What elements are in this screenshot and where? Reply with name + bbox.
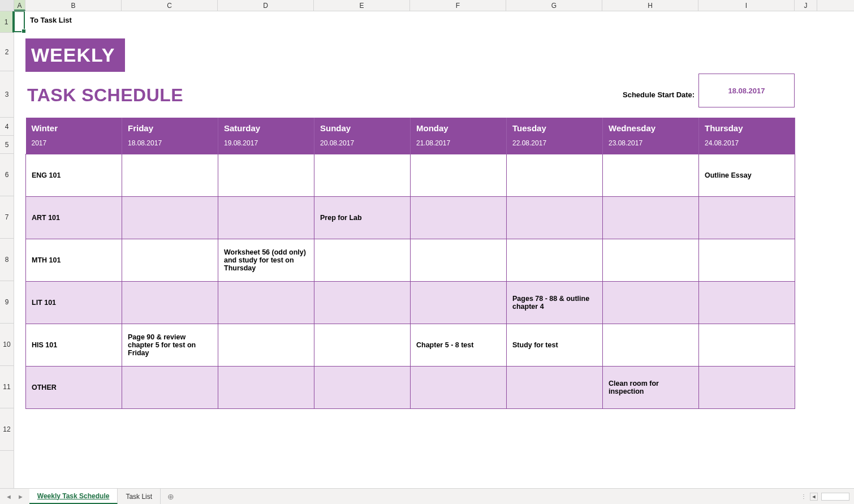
task-cell[interactable] [507,154,603,196]
task-cell[interactable] [603,281,699,324]
table-row: MTH 101 Worksheet 56 (odd only) and stud… [26,239,795,281]
row-header-4[interactable]: 4 [0,118,14,136]
col-header-G[interactable]: G [506,0,602,11]
col-header-I[interactable]: I [698,0,795,11]
task-cell[interactable]: Outline Essay [699,154,795,196]
task-cell[interactable] [122,239,218,281]
task-cell[interactable] [314,281,411,324]
header-day-0[interactable]: Friday [122,118,218,136]
task-cell[interactable] [603,239,699,281]
header-date-1[interactable]: 19.08.2017 [218,136,314,154]
task-cell[interactable] [699,281,795,324]
task-cell[interactable] [411,154,507,196]
task-cell[interactable]: Pages 78 - 88 & outline chapter 4 [507,281,603,324]
header-day-6[interactable]: Thursday [699,118,795,136]
row-header-10[interactable]: 10 [0,324,14,366]
header-date-2[interactable]: 20.08.2017 [314,136,411,154]
task-cell[interactable] [699,324,795,366]
task-cell[interactable] [603,324,699,366]
scroll-left-button[interactable]: ◄ [810,493,818,501]
header-date-5[interactable]: 23.08.2017 [603,136,699,154]
task-cell[interactable] [699,196,795,239]
header-date-4[interactable]: 22.08.2017 [507,136,603,154]
sheet-tab-weekly-task-schedule[interactable]: Weekly Task Schedule [29,489,118,504]
sheet-nav-next-icon[interactable]: ► [18,493,24,500]
select-all-cell[interactable] [0,0,14,11]
header-date-3[interactable]: 21.08.2017 [411,136,507,154]
header-year[interactable]: 2017 [26,136,122,154]
row-headers: 1 2 3 4 5 6 7 8 9 10 11 12 [0,11,14,488]
header-day-5[interactable]: Wednesday [603,118,699,136]
task-cell[interactable] [314,324,411,366]
task-cell[interactable]: Clean room for inspection [603,366,699,408]
scroll-grip-icon[interactable]: ⋮ [801,493,806,499]
task-cell[interactable] [411,366,507,408]
col-header-J[interactable]: J [795,0,817,11]
row-header-9[interactable]: 9 [0,281,14,324]
col-header-E[interactable]: E [314,0,410,11]
row-label[interactable]: LIT 101 [26,281,122,324]
row-header-12[interactable]: 12 [0,408,14,451]
to-task-list-link[interactable]: To Task List [30,16,72,24]
col-header-F[interactable]: F [410,0,506,11]
col-header-C[interactable]: C [122,0,218,11]
header-date-0[interactable]: 18.08.2017 [122,136,218,154]
col-header-D[interactable]: D [218,0,314,11]
task-cell[interactable] [699,366,795,408]
row-header-3[interactable]: 3 [0,71,14,118]
header-day-1[interactable]: Saturday [218,118,314,136]
row-header-2[interactable]: 2 [0,33,14,71]
new-sheet-button[interactable]: ⊕ [161,492,181,501]
row-header-5[interactable]: 5 [0,136,14,154]
header-date-6[interactable]: 24.08.2017 [699,136,795,154]
header-day-2[interactable]: Sunday [314,118,411,136]
row-label[interactable]: MTH 101 [26,239,122,281]
sheet-tab-task-list[interactable]: Task List [118,489,161,504]
task-cell[interactable] [507,196,603,239]
col-header-A[interactable]: A [14,0,25,11]
col-header-H[interactable]: H [602,0,698,11]
header-day-4[interactable]: Tuesday [507,118,603,136]
start-date-value[interactable]: 18.08.2017 [698,74,795,107]
task-cell[interactable] [507,366,603,408]
task-cell[interactable] [218,281,314,324]
task-cell[interactable] [603,196,699,239]
task-cell[interactable] [122,196,218,239]
row-header-7[interactable]: 7 [0,196,14,239]
col-header-B[interactable]: B [25,0,122,11]
task-cell[interactable] [314,239,411,281]
task-cell[interactable] [218,196,314,239]
sheet-nav-prev-icon[interactable]: ◄ [6,493,12,500]
task-cell[interactable] [314,366,411,408]
task-cell[interactable] [411,281,507,324]
row-label[interactable]: OTHER [26,366,122,408]
task-cell[interactable] [603,154,699,196]
row-label[interactable]: ENG 101 [26,154,122,196]
header-season[interactable]: Winter [26,118,122,136]
task-cell[interactable] [122,154,218,196]
task-cell[interactable]: Chapter 5 - 8 test [411,324,507,366]
row-header-8[interactable]: 8 [0,239,14,281]
task-cell[interactable] [122,366,218,408]
row-header-6[interactable]: 6 [0,154,14,196]
header-day-3[interactable]: Monday [411,118,507,136]
task-cell[interactable] [699,239,795,281]
task-cell[interactable] [314,154,411,196]
row-label[interactable]: ART 101 [26,196,122,239]
task-cell[interactable] [507,239,603,281]
task-cell[interactable] [218,154,314,196]
row-label[interactable]: HIS 101 [26,324,122,366]
scroll-track[interactable] [821,493,849,501]
task-cell[interactable] [411,239,507,281]
task-cell[interactable]: Worksheet 56 (odd only) and study for te… [218,239,314,281]
task-cell[interactable] [411,196,507,239]
row-header-11[interactable]: 11 [0,366,14,408]
task-cell[interactable]: Page 90 & review chapter 5 for test on F… [122,324,218,366]
row-header-1[interactable]: 1 [0,11,14,33]
task-cell[interactable]: Study for test [507,324,603,366]
task-cell[interactable]: Prep for Lab [314,196,411,239]
task-cell[interactable] [122,281,218,324]
cell-grid[interactable]: To Task List WEEKLY TASK SCHEDULE Schedu… [14,11,854,488]
task-cell[interactable] [218,324,314,366]
task-cell[interactable] [218,366,314,408]
